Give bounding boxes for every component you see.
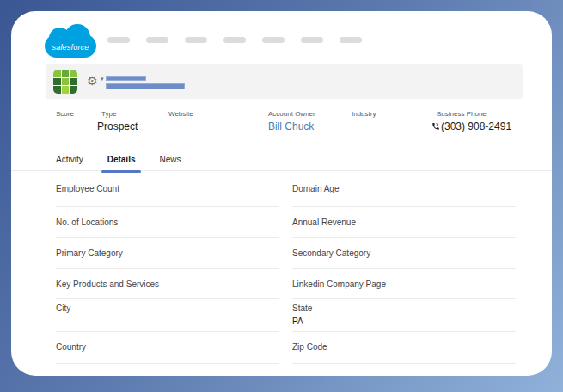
field-label: Industry <box>352 110 376 119</box>
details-panel: Employee Count Domain Age No. of Locatio… <box>56 172 516 364</box>
detail-field-value: PA <box>292 316 516 327</box>
grid-cell <box>53 70 61 77</box>
nav-placeholder-pill <box>107 37 130 43</box>
detail-field-no-of-locations[interactable]: No. of Locations <box>56 207 279 238</box>
detail-field-label: Employee Count <box>56 184 279 194</box>
detail-field-linkedin-page[interactable]: Linkedin Company Page <box>292 269 516 299</box>
grid-cell <box>70 70 77 77</box>
detail-field-zip-code[interactable]: Zip Code <box>292 332 516 364</box>
app-window: salesforce ⚙ ▾ Score <box>11 11 552 376</box>
grid-cell <box>62 86 70 94</box>
detail-field-country[interactable]: Country <box>56 332 279 364</box>
grid-cell <box>70 86 77 94</box>
detail-field-employee-count[interactable]: Employee Count <box>56 172 279 207</box>
grid-cell <box>62 78 70 86</box>
field-label: Account Owner <box>268 110 315 119</box>
detail-field-label: Key Products and Services <box>56 279 279 290</box>
field-label: Score <box>56 110 74 119</box>
phone-value[interactable]: (303) 908-2491 <box>431 120 511 134</box>
field-label: Type <box>101 110 138 119</box>
detail-field-city[interactable]: City <box>56 299 279 332</box>
tab-news[interactable]: News <box>159 155 181 165</box>
nav-placeholder-pill <box>262 37 285 43</box>
field-industry: Industry <box>352 110 376 120</box>
detail-field-label: Secondary Category <box>292 248 516 259</box>
detail-field-secondary-category[interactable]: Secondary Category <box>292 238 516 269</box>
grid-cell <box>70 78 77 86</box>
field-website: Website <box>168 110 193 120</box>
field-account-owner: Account Owner Bill Chuck <box>268 110 315 133</box>
phone-number-text: (303) 908-2491 <box>441 120 511 132</box>
nav-placeholder-pill <box>185 37 207 43</box>
top-nav-placeholder-row <box>107 37 362 43</box>
tab-details[interactable]: Details <box>107 155 136 165</box>
tab-activity[interactable]: Activity <box>56 155 83 165</box>
field-label: Website <box>168 110 193 119</box>
account-grid-icon <box>53 70 77 94</box>
detail-field-primary-category[interactable]: Primary Category <box>56 238 279 269</box>
detail-field-label: Domain Age <box>292 184 516 194</box>
detail-field-label: City <box>56 303 279 314</box>
grid-cell <box>62 70 70 77</box>
field-type: Type Prospect <box>97 110 138 133</box>
detail-field-label: Primary Category <box>56 248 279 259</box>
detail-field-label: State <box>292 303 516 314</box>
nav-placeholder-pill <box>146 37 168 43</box>
phone-icon <box>431 121 440 133</box>
record-header-bar: ⚙ ▾ <box>46 64 523 99</box>
record-title-placeholder <box>106 76 146 81</box>
detail-field-label: Country <box>56 342 279 352</box>
nav-placeholder-pill <box>301 37 323 43</box>
record-subtitle-placeholder <box>106 83 185 89</box>
detail-field-state[interactable]: State PA <box>292 299 516 332</box>
highlights-panel: Score Type Prospect Website Account Owne… <box>11 110 552 146</box>
detail-field-label: Annual Revenue <box>292 217 516 228</box>
nav-placeholder-pill <box>223 37 246 43</box>
nav-placeholder-pill <box>340 37 362 43</box>
field-label: Business Phone <box>437 110 511 119</box>
chevron-down-icon[interactable]: ▾ <box>101 76 104 83</box>
detail-field-label: Zip Code <box>292 342 516 352</box>
tab-bar: Activity Details News <box>11 149 552 171</box>
grid-cell <box>53 78 61 86</box>
gear-icon[interactable]: ⚙ <box>87 72 98 89</box>
field-score: Score <box>56 110 74 120</box>
logo-wordmark: salesforce <box>45 43 96 52</box>
account-owner-link[interactable]: Bill Chuck <box>268 120 315 133</box>
field-business-phone: Business Phone (303) 908-2491 <box>431 110 511 134</box>
detail-field-label: No. of Locations <box>56 217 279 228</box>
detail-field-label: Linkedin Company Page <box>292 279 516 290</box>
detail-field-key-products[interactable]: Key Products and Services <box>56 269 279 299</box>
detail-field-domain-age[interactable]: Domain Age <box>292 172 516 207</box>
detail-field-annual-revenue[interactable]: Annual Revenue <box>292 207 516 238</box>
salesforce-logo: salesforce <box>45 24 96 60</box>
grid-cell <box>53 86 61 94</box>
field-value: Prospect <box>97 120 138 133</box>
